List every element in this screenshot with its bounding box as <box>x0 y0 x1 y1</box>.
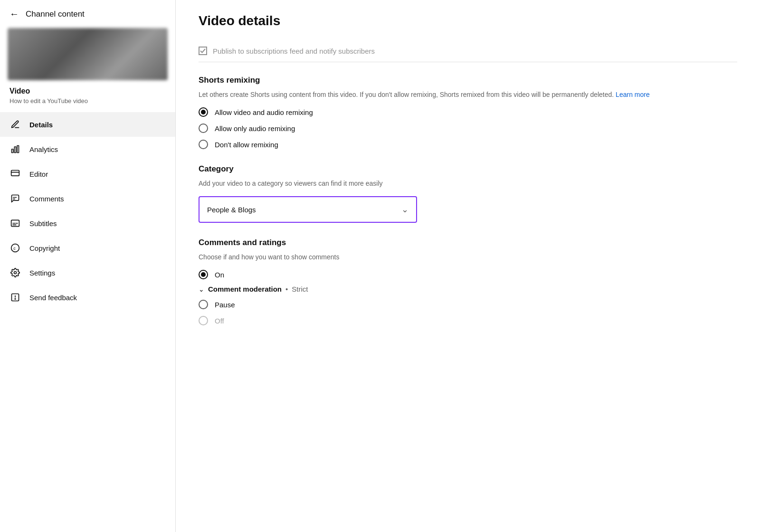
sidebar-item-analytics[interactable]: Analytics <box>0 137 175 162</box>
remixing-option-none[interactable]: Don't allow remixing <box>199 140 737 149</box>
svg-rect-2 <box>17 146 19 153</box>
sidebar-item-analytics-label: Analytics <box>29 145 58 153</box>
svg-rect-0 <box>12 149 13 153</box>
svg-text:c: c <box>13 246 16 251</box>
category-dropdown[interactable]: People & Blogs ⌄ <box>199 196 417 223</box>
sidebar-item-subtitles[interactable]: Subtitles <box>0 211 175 236</box>
video-title: Video <box>10 87 166 95</box>
radio-circle-none <box>199 140 208 149</box>
sidebar-item-comments-label: Comments <box>29 195 64 203</box>
category-title: Category <box>199 164 737 174</box>
svg-rect-3 <box>11 171 19 176</box>
radio-inner-on <box>201 272 206 277</box>
sidebar-item-editor-label: Editor <box>29 170 48 178</box>
sidebar: ← Channel content Video How to edit a Yo… <box>0 0 176 532</box>
comments-option-pause[interactable]: Pause <box>199 300 737 309</box>
chevron-down-icon: ⌄ <box>199 285 204 293</box>
comments-option-on-label: On <box>215 271 224 279</box>
sidebar-item-send-feedback[interactable]: Send feedback <box>0 285 175 310</box>
remixing-option-none-label: Don't allow remixing <box>215 141 278 149</box>
feedback-icon <box>10 292 21 303</box>
publish-checkbox[interactable] <box>199 47 207 55</box>
remixing-option-all[interactable]: Allow video and audio remixing <box>199 107 737 117</box>
radio-circle-pause <box>199 300 208 309</box>
comments-icon <box>10 193 21 204</box>
publish-row: Publish to subscriptions feed and notify… <box>199 40 737 62</box>
pencil-icon <box>10 119 21 130</box>
remixing-option-audio[interactable]: Allow only audio remixing <box>199 124 737 133</box>
video-subtitle: How to edit a YouTube video <box>10 97 166 104</box>
comments-option-pause-label: Pause <box>215 301 235 309</box>
comments-ratings-desc: Choose if and how you want to show comme… <box>199 252 737 262</box>
video-thumbnail <box>8 28 168 80</box>
sidebar-item-settings[interactable]: Settings <box>0 260 175 285</box>
learn-more-link[interactable]: Learn more <box>616 91 650 98</box>
sidebar-item-subtitles-label: Subtitles <box>29 219 57 228</box>
comments-ratings-section: Comments and ratings Choose if and how y… <box>199 238 737 325</box>
chevron-down-icon: ⌄ <box>401 204 408 215</box>
editor-icon <box>10 168 21 180</box>
radio-circle-off <box>199 316 208 325</box>
comment-moderation-row[interactable]: ⌄ Comment moderation • Strict <box>199 285 737 293</box>
back-arrow-icon: ← <box>10 9 19 19</box>
svg-point-13 <box>14 272 17 274</box>
sidebar-item-comments[interactable]: Comments <box>0 186 175 211</box>
sidebar-item-editor[interactable]: Editor <box>0 162 175 186</box>
comments-option-on[interactable]: On <box>199 270 737 279</box>
sidebar-item-send-feedback-label: Send feedback <box>29 294 77 302</box>
comments-pause-group: Pause Off <box>199 300 737 325</box>
publish-label: Publish to subscriptions feed and notify… <box>213 47 375 55</box>
comments-option-off-label: Off <box>215 317 224 325</box>
radio-circle-on <box>199 270 208 279</box>
category-desc: Add your video to a category so viewers … <box>199 179 737 189</box>
category-dropdown-value: People & Blogs <box>207 206 256 214</box>
sidebar-item-copyright-label: Copyright <box>29 244 60 252</box>
category-section: Category Add your video to a category so… <box>199 164 737 223</box>
sidebar-item-details[interactable]: Details <box>0 112 175 137</box>
radio-circle-all <box>199 107 208 117</box>
remixing-radio-group: Allow video and audio remixing Allow onl… <box>199 107 737 149</box>
analytics-icon <box>10 143 21 155</box>
main-content: Video details Publish to subscriptions f… <box>176 0 760 532</box>
moderation-value: Strict <box>292 285 308 293</box>
back-button[interactable]: ← Channel content <box>10 9 85 19</box>
svg-rect-1 <box>14 147 16 153</box>
channel-content-label: Channel content <box>26 10 85 19</box>
video-info: Video How to edit a YouTube video <box>0 80 175 109</box>
remixing-option-audio-label: Allow only audio remixing <box>215 124 295 133</box>
settings-icon <box>10 267 21 278</box>
shorts-remixing-title: Shorts remixing <box>199 76 737 85</box>
sidebar-header: ← Channel content <box>0 0 175 28</box>
moderation-separator: • <box>285 285 288 293</box>
comments-option-off[interactable]: Off <box>199 316 737 325</box>
sidebar-item-settings-label: Settings <box>29 269 55 277</box>
nav-list: Details Analytics Editor <box>0 109 175 313</box>
svg-point-16 <box>15 299 16 300</box>
thumbnail-inner <box>8 28 168 80</box>
shorts-remixing-desc: Let others create Shorts using content f… <box>199 90 737 100</box>
copyright-icon: c <box>10 242 21 254</box>
remixing-option-all-label: Allow video and audio remixing <box>215 108 313 116</box>
comments-radio-group: On <box>199 270 737 279</box>
page-title: Video details <box>199 13 737 28</box>
radio-circle-audio <box>199 124 208 133</box>
radio-inner-all <box>201 110 206 114</box>
subtitles-icon <box>10 218 21 229</box>
sidebar-item-copyright[interactable]: c Copyright <box>0 236 175 260</box>
shorts-remixing-section: Shorts remixing Let others create Shorts… <box>199 76 737 149</box>
comments-ratings-title: Comments and ratings <box>199 238 737 247</box>
comment-moderation-label: Comment moderation <box>208 285 282 293</box>
sidebar-item-details-label: Details <box>29 121 53 129</box>
